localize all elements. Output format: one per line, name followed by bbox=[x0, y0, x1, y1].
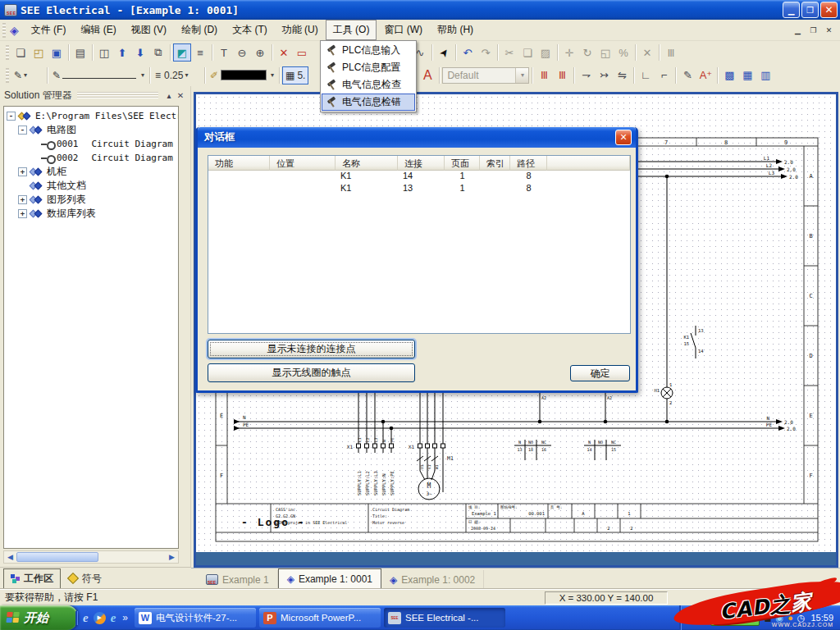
tree-root[interactable]: - E:\Program Files\SEE Electric bbox=[7, 109, 178, 123]
collapse-box-icon[interactable]: - bbox=[7, 112, 16, 121]
keyboard-icon[interactable]: ⌨ bbox=[690, 611, 706, 624]
taskbar-item-powerpoint[interactable]: P Microsoft PowerP... bbox=[259, 608, 381, 628]
wire-arrow2-icon[interactable]: ↣ bbox=[595, 66, 613, 84]
delete-icon[interactable]: ✕ bbox=[275, 43, 293, 62]
menu-item-electric-check[interactable]: 电气信息检查 bbox=[322, 76, 415, 94]
chevron-more-icon[interactable]: » bbox=[122, 612, 128, 623]
column-position[interactable]: 位置 bbox=[270, 156, 336, 171]
tree-item-circuits[interactable]: - 电路图 bbox=[7, 123, 178, 137]
power-plug-icon[interactable]: ◼ bbox=[764, 613, 771, 623]
menu-function[interactable]: 功能 (U) bbox=[275, 20, 326, 40]
panel-collapse-button[interactable]: ▴ bbox=[163, 91, 175, 100]
menu-help[interactable]: 帮助 (H) bbox=[430, 20, 481, 40]
line-style-dropdown[interactable]: ✎ ▾ bbox=[50, 66, 147, 84]
tree-item-cabinets[interactable]: + 机柜 bbox=[7, 165, 178, 179]
browser-icon[interactable]: e bbox=[111, 611, 116, 625]
zoom-in-icon[interactable]: ⊕ bbox=[251, 43, 269, 62]
wire-arrow3-icon[interactable]: ⇋ bbox=[613, 66, 631, 84]
corner1-icon[interactable]: ∟ bbox=[637, 66, 655, 84]
menu-text[interactable]: 文本 (T) bbox=[225, 20, 275, 40]
select-rect-icon[interactable]: ▭ bbox=[293, 43, 311, 62]
column-name[interactable]: 名称 bbox=[336, 156, 398, 171]
schematic-view-icon[interactable]: ◩ bbox=[173, 43, 191, 62]
text-plus-icon[interactable]: A⁺ bbox=[696, 66, 714, 84]
rotate-icon[interactable]: ↻ bbox=[578, 43, 596, 62]
network-icon[interactable]: ◉ bbox=[776, 613, 784, 623]
mdi-minimize-button[interactable]: ▁ bbox=[792, 25, 804, 35]
zoom-out-icon[interactable]: ⊖ bbox=[233, 43, 251, 62]
collapse-box-icon[interactable]: - bbox=[18, 126, 27, 135]
scroll-right-icon[interactable]: ▶ bbox=[166, 553, 178, 561]
columns-icon[interactable]: Ⅲ bbox=[662, 43, 680, 62]
percent-icon[interactable]: % bbox=[614, 43, 632, 62]
battery-indicator[interactable]: 99% bbox=[710, 609, 760, 626]
scrollbar-thumb[interactable] bbox=[16, 552, 98, 562]
dialog-title-bar[interactable]: 对话框 ✕ bbox=[198, 127, 636, 148]
horizontal-scrollbar[interactable]: ◀ ▶ bbox=[3, 550, 179, 564]
dialog-close-button[interactable]: ✕ bbox=[615, 130, 632, 145]
page-down-icon[interactable]: ⬇ bbox=[131, 43, 149, 62]
page-copy-icon[interactable]: ◫ bbox=[95, 43, 113, 62]
menu-item-plc-input[interactable]: PLC信息输入 bbox=[322, 42, 415, 59]
minimize-button[interactable]: ▁ bbox=[783, 2, 800, 18]
show-contacts-without-coil-button[interactable]: 显示无线圈的触点 bbox=[208, 363, 415, 382]
start-button[interactable]: 开始 bbox=[0, 605, 77, 630]
table-row[interactable]: K1 14 1 8 bbox=[208, 171, 630, 183]
expand-box-icon[interactable]: + bbox=[18, 195, 27, 204]
undo-icon[interactable]: ↶ bbox=[459, 43, 477, 62]
cable-tool-icon[interactable]: ▥ bbox=[756, 66, 774, 84]
line-weight-dropdown[interactable]: ≡ 0.25 ▾ bbox=[153, 66, 202, 84]
column-path[interactable]: 路径 bbox=[510, 156, 547, 171]
pen-style-dropdown[interactable]: ✎ ▾ bbox=[11, 66, 44, 84]
text-icon[interactable]: A bbox=[418, 66, 436, 84]
menu-item-plc-config[interactable]: PLC信息配置 bbox=[322, 59, 415, 76]
panel-close-button[interactable]: ✕ bbox=[175, 91, 186, 100]
tree-item-page-0002[interactable]: 0002 Circuit Diagram bbox=[7, 151, 178, 165]
print-icon[interactable]: ▤ bbox=[71, 43, 89, 62]
tree-item-graphic-lists[interactable]: + 图形列表 bbox=[7, 193, 178, 207]
menu-draw[interactable]: 绘制 (D) bbox=[174, 20, 225, 40]
grid-size-field[interactable]: ▦ 5. bbox=[282, 66, 308, 84]
save-icon[interactable]: ▣ bbox=[48, 43, 66, 62]
potential-lines2-icon[interactable]: Ⅲ bbox=[553, 66, 571, 84]
wire-numbering-icon[interactable]: ▩ bbox=[720, 66, 738, 84]
paste-icon[interactable]: ▨ bbox=[536, 43, 555, 62]
tab-example1-0002[interactable]: ◈ Example 1: 0002 bbox=[381, 570, 484, 589]
tree-item-other-docs[interactable]: 其他文档 bbox=[7, 179, 178, 193]
menu-file[interactable]: 文件 (F) bbox=[24, 20, 74, 40]
menu-window[interactable]: 窗口 (W) bbox=[377, 20, 430, 40]
table-row[interactable]: K1 13 1 8 bbox=[208, 183, 630, 195]
scale-icon[interactable]: ◱ bbox=[596, 43, 614, 62]
ok-button[interactable]: 确定 bbox=[570, 365, 630, 381]
column-function[interactable]: 功能 bbox=[208, 156, 270, 171]
media-player-icon[interactable]: ▶ bbox=[94, 612, 106, 624]
wire-arrow1-icon[interactable]: ⇁ bbox=[577, 66, 595, 84]
line-styles-icon[interactable]: ≡ bbox=[191, 43, 209, 62]
menu-view[interactable]: 视图 (V) bbox=[124, 20, 174, 40]
mdi-restore-button[interactable]: ❐ bbox=[807, 25, 819, 35]
column-page[interactable]: 页面 bbox=[445, 156, 480, 171]
page-text-icon[interactable]: T bbox=[215, 43, 233, 62]
new-file-icon[interactable]: ❏ bbox=[11, 43, 30, 62]
taskbar-item-see-electrical[interactable]: SEE SEE Electrical -... bbox=[384, 608, 505, 628]
clock-icon[interactable]: ◷ bbox=[797, 613, 806, 623]
show-unconnected-points-button[interactable]: 显示未连接的连接点 bbox=[208, 340, 415, 358]
menu-tools[interactable]: 工具 (O) bbox=[326, 20, 377, 40]
menu-item-electric-error-check[interactable]: 电气信息检错 bbox=[322, 94, 415, 111]
tab-workspace[interactable]: 工作区 bbox=[3, 568, 61, 588]
menu-edit[interactable]: 编辑 (E) bbox=[73, 20, 123, 40]
redo-icon[interactable]: ↷ bbox=[477, 43, 495, 62]
expand-box-icon[interactable]: + bbox=[18, 209, 27, 218]
expand-box-icon[interactable]: + bbox=[18, 167, 27, 176]
results-list[interactable]: 功能 位置 名称 连接 页面 索引 路径 K1 14 1 8 K1 13 1 8 bbox=[208, 155, 631, 334]
tab-symbols[interactable]: 符号 bbox=[61, 568, 108, 588]
scroll-left-icon[interactable]: ◀ bbox=[4, 553, 16, 561]
open-folder-icon[interactable]: ◰ bbox=[30, 43, 48, 62]
tree-item-database-lists[interactable]: + 数据库列表 bbox=[7, 207, 178, 221]
delete-gray-icon[interactable]: ✕ bbox=[638, 43, 656, 62]
page-manager-icon[interactable]: ⧉ bbox=[149, 43, 167, 62]
fill-color-dropdown[interactable]: ✐ ▾ bbox=[208, 66, 276, 84]
page-up-icon[interactable]: ⬆ bbox=[113, 43, 131, 62]
ie-icon[interactable]: e bbox=[83, 611, 89, 625]
potential-lines-icon[interactable]: Ⅲ bbox=[535, 66, 553, 84]
